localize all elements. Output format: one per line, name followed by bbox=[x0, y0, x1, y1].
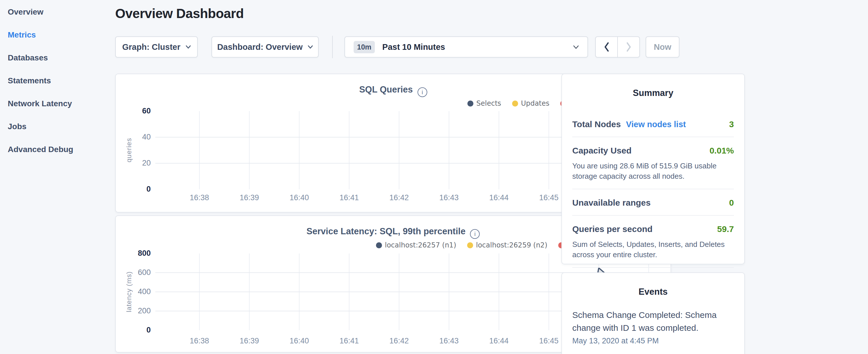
summary-panel: Summary Total Nodes View nodes list 3 Ca… bbox=[561, 74, 745, 264]
controls-row: Graph: Cluster Dashboard: Overview 10m P… bbox=[115, 36, 671, 58]
unavailable-ranges-value: 0 bbox=[729, 198, 734, 207]
y-tick-label: 20 bbox=[116, 159, 151, 167]
y-tick-label: 200 bbox=[116, 307, 151, 315]
legend-item[interactable]: localhost:26257 (n1) bbox=[376, 241, 456, 249]
dashboard-dropdown[interactable]: Dashboard: Overview bbox=[212, 36, 319, 58]
time-range-dropdown[interactable]: 10m Past 10 Minutes bbox=[344, 36, 588, 58]
summary-row-unavailable-ranges: Unavailable ranges 0 bbox=[572, 189, 734, 215]
chevron-left-icon bbox=[603, 42, 610, 52]
event-message: Schema Change Completed: Schema change w… bbox=[572, 309, 734, 334]
x-tick-label: 16:44 bbox=[482, 336, 516, 345]
chevron-down-icon bbox=[308, 45, 313, 49]
page-title: Overview Dashboard bbox=[115, 6, 244, 21]
x-tick-label: 16:38 bbox=[182, 193, 217, 202]
y-tick-label: 40 bbox=[116, 133, 151, 141]
chevron-right-icon bbox=[625, 42, 632, 52]
legend-dot-icon bbox=[467, 100, 473, 106]
legend-item[interactable]: Selects bbox=[467, 99, 501, 107]
sidebar-item-jobs[interactable]: Jobs bbox=[0, 115, 115, 138]
capacity-used-value: 0.01% bbox=[710, 146, 734, 156]
info-icon[interactable]: i bbox=[417, 87, 427, 97]
x-tick-label: 16:39 bbox=[232, 336, 267, 345]
x-tick-label: 16:41 bbox=[332, 336, 366, 345]
events-title: Events bbox=[572, 284, 734, 297]
events-panel: Events Schema Change Completed: Schema c… bbox=[561, 272, 745, 354]
time-range-badge: 10m bbox=[353, 41, 375, 53]
x-tick-label: 16:41 bbox=[332, 193, 366, 202]
legend-label: localhost:26259 (n2) bbox=[476, 241, 547, 249]
legend-dot-icon bbox=[512, 100, 518, 106]
x-tick-label: 16:42 bbox=[382, 336, 416, 345]
summary-row-total-nodes: Total Nodes View nodes list 3 bbox=[572, 111, 734, 137]
y-tick-label: 600 bbox=[116, 268, 151, 277]
summary-row-capacity: Capacity Used 0.01% You are using 28.6 M… bbox=[572, 137, 734, 189]
total-nodes-value: 3 bbox=[729, 120, 734, 129]
unavailable-ranges-label: Unavailable ranges bbox=[572, 198, 651, 207]
qps-value: 59.7 bbox=[717, 224, 734, 234]
next-time-button[interactable] bbox=[617, 37, 639, 57]
time-step-buttons bbox=[595, 36, 640, 58]
sidebar-item-overview[interactable]: Overview bbox=[0, 1, 115, 24]
qps-subtext: Sum of Selects, Updates, Inserts, and De… bbox=[572, 239, 734, 260]
y-tick-label: 0 bbox=[116, 185, 151, 194]
x-tick-label: 16:42 bbox=[382, 193, 416, 202]
x-tick-label: 16:40 bbox=[282, 193, 316, 202]
event-timestamp: May 13, 2020 at 4:45 PM bbox=[572, 336, 734, 345]
sidebar-item-statements[interactable]: Statements bbox=[0, 69, 115, 92]
x-tick-label: 16:45 bbox=[532, 336, 566, 345]
y-axis-ticks: 0200400600800 bbox=[116, 254, 151, 330]
legend-item[interactable]: localhost:26259 (n2) bbox=[467, 241, 547, 249]
summary-row-qps: Queries per second 59.7 Sum of Selects, … bbox=[572, 215, 734, 267]
chevron-down-icon bbox=[573, 45, 579, 49]
x-tick-label: 16:44 bbox=[482, 193, 516, 202]
legend-label: Selects bbox=[476, 99, 501, 107]
x-tick-label: 16:43 bbox=[432, 336, 466, 345]
legend-label: localhost:26257 (n1) bbox=[385, 241, 456, 249]
summary-title: Summary bbox=[572, 86, 734, 98]
graph-dropdown[interactable]: Graph: Cluster bbox=[115, 36, 198, 58]
sidebar-item-databases[interactable]: Databases bbox=[0, 46, 115, 69]
view-nodes-list-link[interactable]: View nodes list bbox=[626, 120, 686, 129]
now-button[interactable]: Now bbox=[646, 36, 679, 58]
controls-divider bbox=[332, 36, 333, 58]
time-range-label: Past 10 Minutes bbox=[382, 42, 445, 52]
x-tick-label: 16:39 bbox=[232, 193, 267, 202]
legend-label: Updates bbox=[521, 99, 549, 107]
sidebar: Overview Metrics Databases Statements Ne… bbox=[0, 0, 115, 354]
total-nodes-label: Total Nodes bbox=[572, 120, 621, 129]
dashboard-dropdown-label: Dashboard: Overview bbox=[217, 42, 303, 52]
sidebar-item-network-latency[interactable]: Network Latency bbox=[0, 92, 115, 115]
sidebar-item-metrics[interactable]: Metrics bbox=[0, 24, 115, 46]
y-tick-label: 0 bbox=[116, 326, 151, 334]
chart-title-text: SQL Queries bbox=[359, 85, 413, 95]
qps-label: Queries per second bbox=[572, 224, 652, 234]
legend-dot-icon bbox=[467, 242, 473, 248]
x-tick-label: 16:38 bbox=[182, 336, 217, 345]
legend-item[interactable]: Updates bbox=[512, 99, 549, 107]
info-icon[interactable]: i bbox=[470, 229, 480, 239]
capacity-used-label: Capacity Used bbox=[572, 146, 631, 156]
y-tick-label: 800 bbox=[116, 249, 151, 258]
prev-time-button[interactable] bbox=[596, 37, 617, 57]
graph-dropdown-label: Graph: Cluster bbox=[122, 42, 180, 52]
y-tick-label: 60 bbox=[116, 106, 151, 116]
x-tick-label: 16:45 bbox=[532, 193, 566, 202]
x-tick-label: 16:43 bbox=[432, 193, 466, 202]
y-axis-ticks: 0204060 bbox=[116, 111, 151, 189]
chart-title-text: Service Latency: SQL, 99th percentile bbox=[307, 226, 466, 236]
legend-dot-icon bbox=[376, 242, 382, 248]
x-tick-label: 16:40 bbox=[282, 336, 316, 345]
capacity-used-subtext: You are using 28.6 MiB of 515.9 GiB usab… bbox=[572, 161, 734, 181]
y-tick-label: 400 bbox=[116, 287, 151, 296]
event-list-item[interactable]: Schema Change Completed: Schema change w… bbox=[572, 309, 734, 345]
chevron-down-icon bbox=[186, 45, 191, 49]
sidebar-item-advanced-debug[interactable]: Advanced Debug bbox=[0, 138, 115, 161]
